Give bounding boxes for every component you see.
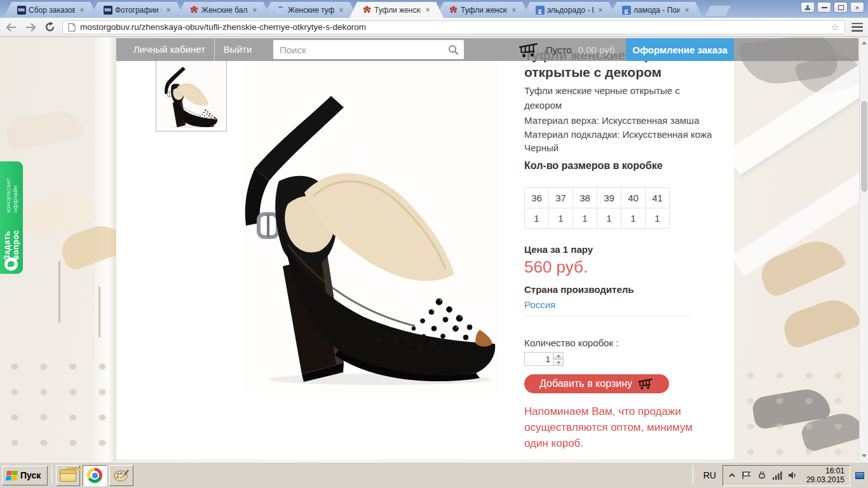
volume-icon[interactable] xyxy=(788,471,797,480)
search-box xyxy=(273,40,464,59)
new-tab-button[interactable] xyxy=(705,6,731,16)
tab-close-icon[interactable]: × xyxy=(337,6,346,15)
scroll-up-icon[interactable] xyxy=(860,38,868,48)
tab-close-icon[interactable]: × xyxy=(423,6,432,15)
taskbar: Пуск RU 16:01 29.03.2015 xyxy=(0,462,868,488)
consultant-banner-status: консультант оффлайн xyxy=(4,165,18,213)
google-icon: g xyxy=(621,5,631,15)
monitor-icon xyxy=(855,472,864,479)
menu-icon[interactable] xyxy=(851,23,863,32)
checkout-button[interactable]: Оформление заказа xyxy=(626,38,734,61)
expand-tray-icon[interactable] xyxy=(728,472,736,478)
sizes-table: 36 37 38 39 40 41 1 1 1 1 1 1 xyxy=(524,187,670,229)
nn-icon: NN xyxy=(17,5,26,15)
cart-summary[interactable]: Пусто 0,00 руб. xyxy=(518,38,618,61)
url-text[interactable]: mostorgobuv.ru/zhenskaya-obuv/tufli-zhen… xyxy=(80,22,827,32)
quantity-down-icon[interactable] xyxy=(553,359,564,366)
logout-link[interactable]: Выйти xyxy=(224,38,252,61)
maximize-icon[interactable] xyxy=(834,2,848,13)
tab-eldorado-search[interactable]: g эльдорадо - По × xyxy=(522,2,616,18)
clock[interactable]: 16:01 29.03.2015 xyxy=(803,466,844,484)
explorer-taskbar-button[interactable] xyxy=(56,465,80,486)
minimize-icon[interactable] xyxy=(817,2,831,13)
tab-tufli-zhenskie-2[interactable]: Туфли женски × xyxy=(436,2,530,18)
tray-date: 29.03.2015 xyxy=(806,475,844,484)
chrome-taskbar-button[interactable] xyxy=(83,465,107,486)
divider xyxy=(51,466,52,485)
browser-tab-strip: NN Сбор заказов!Р × NN Фотографии О × Же… xyxy=(0,0,868,18)
wholesale-notice: Напоминаем Вам, что продажи осуществляют… xyxy=(524,403,707,451)
flower-icon xyxy=(449,5,458,15)
divider xyxy=(693,466,693,485)
search-icon[interactable] xyxy=(448,44,459,55)
product-thumbnail-image xyxy=(161,58,222,130)
nn-icon: NN xyxy=(103,5,112,15)
quantity-up-icon[interactable] xyxy=(553,352,564,359)
quantity-input[interactable] xyxy=(524,352,553,366)
flower-icon xyxy=(189,5,199,15)
tab-zhenskie-baletki[interactable]: Женские бале × xyxy=(177,2,271,18)
table-row-quantities: 1 1 1 1 1 1 xyxy=(525,208,670,229)
close-icon[interactable]: × xyxy=(850,2,864,13)
start-button[interactable]: Пуск xyxy=(2,466,48,485)
tab-close-icon[interactable]: × xyxy=(596,6,605,15)
reload-icon[interactable] xyxy=(43,21,56,34)
tab-close-icon[interactable]: × xyxy=(164,6,173,15)
tray-time: 16:01 xyxy=(806,466,844,475)
windows-logo-icon xyxy=(6,471,18,480)
scroll-down-icon[interactable] xyxy=(860,451,868,461)
product-price: 560 руб. xyxy=(524,257,588,277)
paint-taskbar-button[interactable] xyxy=(109,465,133,486)
back-icon[interactable] xyxy=(5,21,18,34)
tab-close-icon[interactable]: × xyxy=(78,6,86,15)
material-upper: Материал верха: Искусственная замша xyxy=(524,114,715,128)
product-image[interactable] xyxy=(243,57,499,393)
country-link[interactable]: Россия xyxy=(524,299,555,310)
quantity-label: Количество коробок : xyxy=(524,337,618,348)
product-description: Туфли женские черные открытые с декором xyxy=(524,83,686,112)
bookmark-star-icon[interactable]: ☆ xyxy=(831,22,839,33)
price-label: Цена за 1 пару xyxy=(524,244,593,255)
account-link[interactable]: Личный кабинет xyxy=(133,38,205,61)
table-row-sizes: 36 37 38 39 40 41 xyxy=(525,188,670,208)
tab-zhenskie-tufli-loading[interactable]: Женские туфл × xyxy=(263,2,357,18)
tab-close-icon[interactable]: × xyxy=(510,6,519,15)
product-materials: Материал верха: Искусственная замша Мате… xyxy=(524,114,715,155)
search-input[interactable] xyxy=(273,44,448,55)
site-header: Личный кабинет Выйти Пусто 0,00 руб. Офо… xyxy=(116,38,858,61)
divider xyxy=(524,316,691,316)
tab-lamoda-search[interactable]: g ламода - Поис × xyxy=(609,2,703,18)
network-signal-icon[interactable] xyxy=(772,471,782,480)
sizes-heading: Кол-во размеров в коробке xyxy=(524,160,663,172)
page-icon xyxy=(68,23,76,32)
google-icon: g xyxy=(535,5,545,15)
profile-icon[interactable] xyxy=(801,2,815,13)
power-plug-icon[interactable] xyxy=(757,471,766,480)
folder-icon xyxy=(60,470,76,482)
forward-icon[interactable] xyxy=(24,21,37,34)
flag-icon[interactable] xyxy=(742,471,751,480)
cart-total: 0,00 руб. xyxy=(578,44,618,55)
show-desktop-button[interactable] xyxy=(853,466,866,485)
tab-sbor-zakazov[interactable]: NN Сбор заказов!Р × xyxy=(4,2,98,18)
consultant-banner-title: Задать вопрос xyxy=(3,214,20,260)
tab-close-icon[interactable]: × xyxy=(250,6,259,15)
add-to-cart-button[interactable]: Добавить в корзину xyxy=(524,374,669,393)
country-label: Страна производитель xyxy=(524,284,634,295)
divider xyxy=(214,38,215,61)
flower-icon xyxy=(362,5,372,15)
language-indicator[interactable]: RU xyxy=(697,466,722,485)
consultant-banner[interactable]: Задать вопрос консультант оффлайн xyxy=(0,161,23,274)
tab-close-icon[interactable]: × xyxy=(682,6,691,15)
address-bar[interactable]: mostorgobuv.ru/zhenskaya-obuv/tufli-zhen… xyxy=(62,20,845,34)
page-scrollbar[interactable] xyxy=(859,38,868,461)
product-thumbnail[interactable] xyxy=(156,57,227,132)
chrome-icon xyxy=(87,468,102,483)
cart-icon xyxy=(637,378,654,390)
scrollbar-thumb[interactable] xyxy=(861,101,867,192)
product-info-column: Туфли женские черные открытые с декором … xyxy=(524,46,715,456)
tab-tufli-zhenskie-active[interactable]: Туфли женски × xyxy=(349,2,444,18)
tab-fotografii[interactable]: NN Фотографии О × xyxy=(90,2,184,18)
browser-toolbar: mostorgobuv.ru/zhenskaya-obuv/tufli-zhen… xyxy=(0,18,868,37)
product-card: Туфли женские черные открытые с декором … xyxy=(116,38,734,459)
